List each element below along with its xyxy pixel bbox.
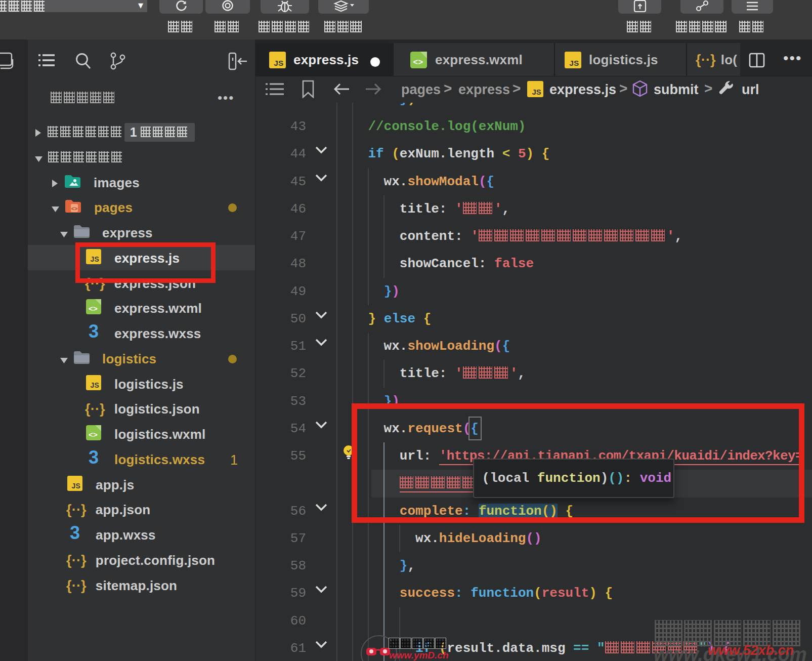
- svg-text:JS: JS: [532, 88, 541, 96]
- svg-text:3: 3: [89, 324, 99, 340]
- svg-text:<>: <>: [89, 304, 98, 313]
- svg-text:JS: JS: [71, 482, 80, 490]
- svg-text:JS: JS: [274, 58, 283, 67]
- svg-text:3: 3: [89, 450, 99, 466]
- svg-text:JS: JS: [90, 381, 99, 389]
- svg-text:<>: <>: [71, 205, 77, 212]
- svg-text:3: 3: [70, 525, 80, 542]
- svg-text:<>: <>: [89, 430, 98, 439]
- svg-text:<>: <>: [413, 57, 423, 66]
- svg-text:JS: JS: [569, 58, 579, 67]
